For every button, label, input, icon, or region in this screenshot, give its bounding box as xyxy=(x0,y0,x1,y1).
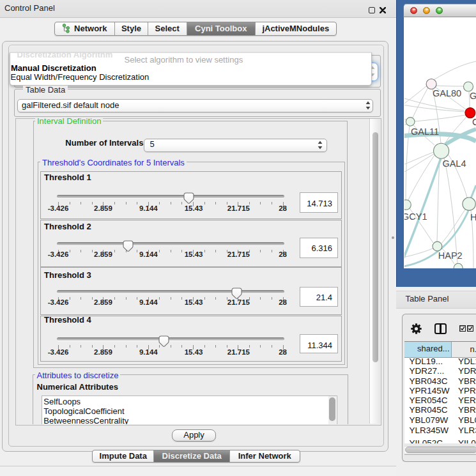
svg-text:GAL4: GAL4 xyxy=(442,158,466,169)
svg-text:GAL11: GAL11 xyxy=(411,127,439,137)
svg-text:G.: G. xyxy=(470,91,476,101)
svg-text:GCY1: GCY1 xyxy=(404,211,427,222)
svg-text:GAL80: GAL80 xyxy=(433,88,461,98)
svg-text:H: H xyxy=(470,212,476,222)
svg-text:HAP2: HAP2 xyxy=(438,250,463,261)
svg-text:C: C xyxy=(472,117,476,127)
